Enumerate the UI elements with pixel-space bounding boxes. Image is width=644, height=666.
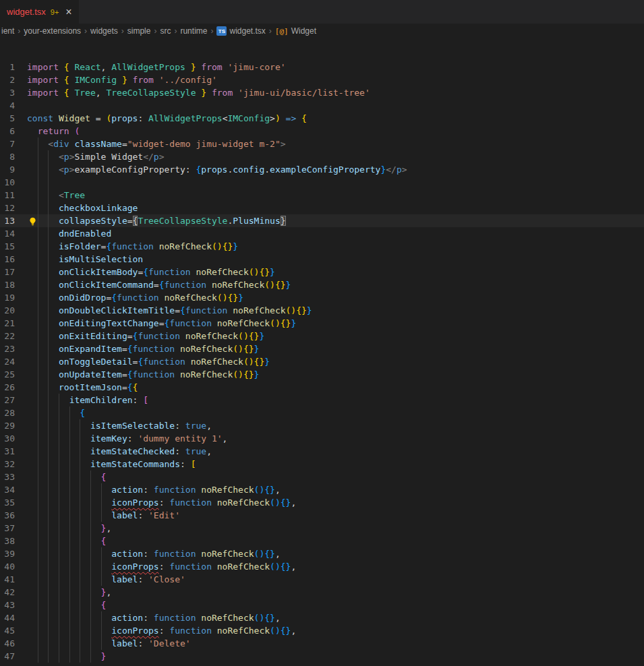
line-number[interactable]: 10 (0, 176, 15, 189)
line-number[interactable]: 30 (0, 432, 15, 445)
code-line-17[interactable]: 17 onClickItemBody={function noRefCheck(… (0, 266, 644, 278)
code-line-2[interactable]: 2import { IMConfig } from '../config' (0, 73, 644, 86)
line-number[interactable]: 25 (0, 368, 15, 381)
line-number[interactable]: 18 (0, 278, 15, 291)
code-line-11[interactable]: 11 <Tree (0, 189, 644, 202)
code-line-45[interactable]: 45 iconProps: function noRefCheck(){}, (0, 624, 644, 637)
line-number[interactable]: 42 (0, 586, 15, 599)
code-line-12[interactable]: 12 checkboxLinkage (0, 202, 644, 214)
line-number[interactable]: 47 (0, 650, 15, 663)
code-line-38[interactable]: 38 { (0, 535, 644, 547)
line-number[interactable]: 14 (0, 227, 15, 240)
line-number[interactable]: 7 (0, 138, 15, 150)
code-line-41[interactable]: 41 label: 'Close' (0, 573, 644, 586)
breadcrumb-item-src[interactable]: src (160, 26, 171, 36)
code-line-33[interactable]: 33 { (0, 471, 644, 483)
line-number[interactable]: 34 (0, 483, 15, 496)
line-number[interactable]: 23 (0, 342, 15, 355)
code-line-21[interactable]: 21 onEditingTextChange={function noRefCh… (0, 317, 644, 330)
code-line-34[interactable]: 34 action: function noRefCheck(){}, (0, 483, 644, 496)
line-number[interactable]: 16 (0, 253, 15, 266)
code-line-5[interactable]: 5const Widget = (props: AllWidgetProps<I… (0, 112, 644, 125)
code-line-37[interactable]: 37 }, (0, 522, 644, 535)
line-number[interactable]: 11 (0, 189, 15, 202)
breadcrumb-item-ient[interactable]: ient (1, 26, 14, 36)
line-number[interactable]: 28 (0, 406, 15, 419)
line-number[interactable]: 27 (0, 394, 15, 406)
code-line-22[interactable]: 22 onExitEditing={function noRefCheck(){… (0, 330, 644, 342)
code-line-39[interactable]: 39 action: function noRefCheck(){}, (0, 547, 644, 560)
code-line-18[interactable]: 18 onClickItemCommand={function noRefChe… (0, 278, 644, 291)
line-number[interactable]: 31 (0, 445, 15, 458)
line-number[interactable]: 6 (0, 125, 15, 138)
code-line-42[interactable]: 42 }, (0, 586, 644, 599)
breadcrumb-item-your-extensions[interactable]: your-extensions (24, 26, 81, 36)
line-number[interactable]: 35 (0, 496, 15, 509)
code-line-16[interactable]: 16 isMultiSelection (0, 253, 644, 266)
line-number[interactable]: 12 (0, 202, 15, 214)
code-line-28[interactable]: 28 { (0, 406, 644, 419)
line-number[interactable]: 26 (0, 381, 15, 394)
code-line-9[interactable]: 9 <p>exampleConfigProperty: {props.confi… (0, 163, 644, 176)
code-line-25[interactable]: 25 onUpdateItem={function noRefCheck(){}… (0, 368, 644, 381)
code-line-43[interactable]: 43 { (0, 599, 644, 611)
code-line-32[interactable]: 32 itemStateCommands: [ (0, 458, 644, 471)
line-number[interactable]: 15 (0, 240, 15, 253)
line-number[interactable]: 3 (0, 86, 15, 99)
code-line-10[interactable]: 10 (0, 176, 644, 189)
breadcrumb-item-simple[interactable]: simple (127, 26, 151, 36)
tab-widget-tsx[interactable]: widget.tsx 9+ × (0, 0, 80, 24)
line-number[interactable]: 36 (0, 509, 15, 522)
line-number[interactable]: 41 (0, 573, 15, 586)
tab-close-icon[interactable]: × (65, 7, 71, 18)
line-number[interactable]: 4 (0, 99, 15, 112)
code-line-36[interactable]: 36 label: 'Edit' (0, 509, 644, 522)
code-line-40[interactable]: 40 iconProps: function noRefCheck(){}, (0, 560, 644, 573)
code-line-26[interactable]: 26 rootItemJson={{ (0, 381, 644, 394)
line-number[interactable]: 8 (0, 150, 15, 163)
line-number[interactable]: 38 (0, 535, 15, 547)
code-line-46[interactable]: 46 label: 'Delete' (0, 637, 644, 650)
breadcrumb-item-widgets[interactable]: widgets (90, 26, 118, 36)
line-number[interactable]: 39 (0, 547, 15, 560)
code-line-8[interactable]: 8 <p>Simple Widget</p> (0, 150, 644, 163)
breadcrumb-item-runtime[interactable]: runtime (180, 26, 207, 36)
code-line-27[interactable]: 27 itemChildren: [ (0, 394, 644, 406)
code-line-4[interactable]: 4 (0, 99, 644, 112)
editor[interactable]: 1import { React, AllWidgetProps } from '… (0, 38, 644, 663)
code-line-6[interactable]: 6 return ( (0, 125, 644, 138)
line-number[interactable]: 21 (0, 317, 15, 330)
line-number[interactable]: 40 (0, 560, 15, 573)
breadcrumb-item-widget-tsx[interactable]: TSwidget.tsx (216, 26, 265, 36)
breadcrumb-item-widget[interactable]: [@]Widget (275, 26, 316, 36)
code-line-3[interactable]: 3import { Tree, TreeCollapseStyle } from… (0, 86, 644, 99)
line-number[interactable]: 5 (0, 112, 15, 125)
line-number[interactable]: 9 (0, 163, 15, 176)
code-line-24[interactable]: 24 onToggleDetail={function noRefCheck()… (0, 355, 644, 368)
line-number[interactable]: 43 (0, 599, 15, 611)
line-number[interactable]: 2 (0, 73, 15, 86)
line-number[interactable]: 29 (0, 419, 15, 432)
code-line-23[interactable]: 23 onExpandItem={function noRefCheck(){}… (0, 342, 644, 355)
code-line-47[interactable]: 47 } (0, 650, 644, 663)
code-line-15[interactable]: 15 isFolder={function noRefCheck(){}} (0, 240, 644, 253)
line-number[interactable]: 13 (0, 214, 15, 227)
lightbulb-quickfix-icon[interactable] (28, 216, 37, 225)
code-line-44[interactable]: 44 action: function noRefCheck(){}, (0, 611, 644, 624)
line-number[interactable]: 46 (0, 637, 15, 650)
code-line-29[interactable]: 29 isItemSelectable: true, (0, 419, 644, 432)
code-line-19[interactable]: 19 onDidDrop={function noRefCheck(){}} (0, 291, 644, 304)
code-line-31[interactable]: 31 itemStateChecked: true, (0, 445, 644, 458)
line-number[interactable]: 33 (0, 471, 15, 483)
line-number[interactable]: 22 (0, 330, 15, 342)
line-number[interactable]: 17 (0, 266, 15, 278)
line-number[interactable]: 37 (0, 522, 15, 535)
code-line-7[interactable]: 7 <div className="widget-demo jimu-widge… (0, 138, 644, 150)
line-number[interactable]: 45 (0, 624, 15, 637)
code-line-20[interactable]: 20 onDoubleClickItemTitle={function noRe… (0, 304, 644, 317)
line-number[interactable]: 20 (0, 304, 15, 317)
line-number[interactable]: 1 (0, 61, 15, 73)
line-number[interactable]: 19 (0, 291, 15, 304)
code-line-30[interactable]: 30 itemKey: 'dummy entity 1', (0, 432, 644, 445)
line-number[interactable]: 32 (0, 458, 15, 471)
